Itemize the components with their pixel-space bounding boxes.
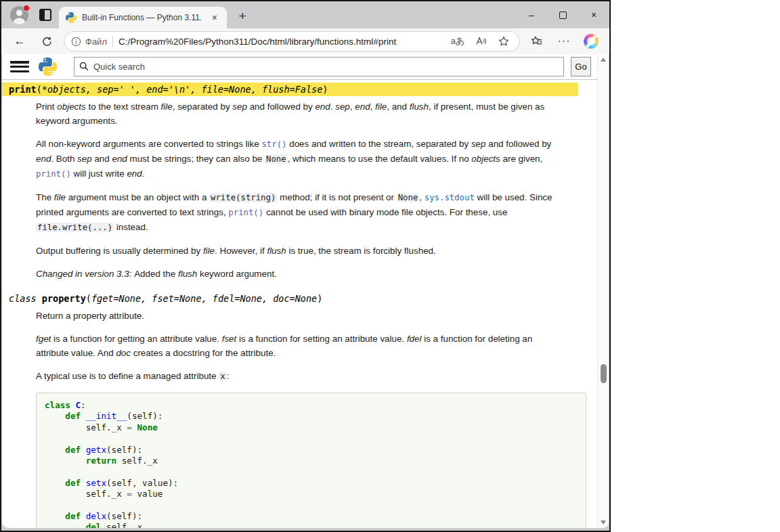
text-run: ) xyxy=(317,293,322,304)
doc-paragraph: All non-keyword arguments are converted … xyxy=(36,137,555,181)
text-run xyxy=(45,522,86,528)
text-run: x xyxy=(219,372,226,381)
code-line: class C: xyxy=(45,400,578,411)
triangle-down-icon xyxy=(601,520,606,525)
text-run: objects xyxy=(57,102,85,112)
translate-icon[interactable]: aあ xyxy=(449,32,467,50)
text-run: and followed by xyxy=(247,102,316,112)
text-run xyxy=(81,411,86,421)
text-run: and followed by xyxy=(486,139,552,149)
text-run: method; if it is not present or xyxy=(277,192,396,202)
favorite-star-icon[interactable] xyxy=(495,32,513,50)
minimize-button[interactable]: – xyxy=(516,1,547,28)
text-run xyxy=(45,511,65,521)
text-run: sep xyxy=(232,102,247,112)
browser-titlebar: Built-in Functions — Python 3.11. × + – … xyxy=(1,1,609,28)
triangle-up-icon xyxy=(601,58,606,62)
text-run: The xyxy=(36,192,54,202)
tab-close-button[interactable]: × xyxy=(209,12,220,24)
text-run: fset xyxy=(222,334,237,344)
text-run: print xyxy=(9,84,37,95)
text-run: fget xyxy=(36,334,51,344)
menu-icon[interactable] xyxy=(10,60,29,73)
code-line: def __init__(self): xyxy=(45,411,578,422)
text-run: *objects, sep=' ', end='\n', file=None, … xyxy=(42,84,323,95)
scrollbar-track[interactable] xyxy=(597,54,609,528)
text-run: fget=None, fset=None, fdel=None, doc=Non… xyxy=(91,293,317,304)
copilot-button[interactable] xyxy=(581,31,601,51)
new-tab-button[interactable]: + xyxy=(234,9,251,24)
text-run: ( xyxy=(37,84,42,95)
scroll-up-button[interactable] xyxy=(598,54,609,65)
property-class-signature: class property(fget=None, fset=None, fde… xyxy=(2,292,578,305)
text-run: , and xyxy=(387,102,410,112)
info-icon xyxy=(71,37,81,47)
quick-search-input[interactable] xyxy=(74,57,564,76)
text-run: C xyxy=(76,400,81,410)
scroll-down-button[interactable] xyxy=(598,517,609,528)
text-run: file xyxy=(203,246,215,256)
doc-search-bar: Go xyxy=(2,54,597,80)
text-run xyxy=(70,400,76,410)
copilot-icon xyxy=(584,34,599,49)
text-run: Return a property attribute. xyxy=(36,311,144,321)
text-run: ( xyxy=(86,293,91,304)
text-run: def xyxy=(65,411,81,421)
text-run: fdel xyxy=(407,334,422,344)
scrollbar-thumb[interactable] xyxy=(601,364,607,383)
tab-title: Built-in Functions — Python 3.11. xyxy=(82,13,204,22)
text-run: getx xyxy=(86,445,106,455)
text-run: flush xyxy=(267,246,286,256)
browser-window: Built-in Functions — Python 3.11. × + – … xyxy=(0,0,611,532)
text-run: . Both xyxy=(51,154,77,164)
site-info-label: Файл xyxy=(85,37,107,47)
browser-toolbar: ← Файл C:/Program%20Files/Python311/Doc/… xyxy=(1,28,609,54)
read-aloud-icon[interactable] xyxy=(472,32,490,50)
code-line: self._x = None xyxy=(45,422,578,433)
print-function-description: Print objects to the text stream file, s… xyxy=(36,99,555,281)
code-link[interactable]: str() xyxy=(261,139,286,149)
code-link[interactable]: print() xyxy=(228,208,263,217)
text-run: file.write(...) xyxy=(36,223,114,232)
text-run: : xyxy=(227,371,230,381)
text-run: None xyxy=(265,154,288,164)
code-link[interactable]: sys.stdout xyxy=(425,193,475,202)
text-run: end xyxy=(355,102,370,112)
address-bar[interactable]: Файл C:/Program%20Files/Python311/Doc/ht… xyxy=(64,31,520,51)
screenshot-stage: Built-in Functions — Python 3.11. × + – … xyxy=(0,0,780,532)
text-run xyxy=(132,422,137,433)
text-run: end xyxy=(315,102,330,112)
doc-paragraph: Changed in version 3.3: Added the flush … xyxy=(36,267,555,281)
settings-more-button[interactable]: ··· xyxy=(554,31,574,51)
text-run: Print xyxy=(36,102,57,112)
text-run: file xyxy=(375,102,387,112)
close-button[interactable]: × xyxy=(578,1,609,28)
back-button[interactable]: ← xyxy=(9,31,30,51)
text-run: creates a docstring for the attribute. xyxy=(131,348,276,358)
text-run: property xyxy=(42,293,86,304)
text-run: doc xyxy=(116,348,131,358)
favorites-collections-icon[interactable] xyxy=(527,31,547,51)
profile-avatar[interactable] xyxy=(10,6,28,24)
text-run: self._x xyxy=(101,522,142,528)
text-run: __init__ xyxy=(86,411,127,421)
text-run: All non-keyword arguments are converted … xyxy=(36,139,261,149)
code-example-block: class C: def __init__(self): self._x = N… xyxy=(36,393,586,528)
code-link[interactable]: print() xyxy=(36,169,71,179)
maximize-icon xyxy=(559,12,567,19)
tab-actions-menu-icon[interactable] xyxy=(39,9,51,21)
text-run: will just write xyxy=(71,169,127,179)
search-go-button[interactable]: Go xyxy=(571,57,591,76)
text-run: , xyxy=(370,102,375,112)
doc-paragraph: A typical use is to define a managed att… xyxy=(36,369,555,384)
url-text[interactable]: C:/Program%20Files/Python311/Doc/html/li… xyxy=(118,37,443,47)
text-run: None xyxy=(137,422,158,433)
text-run: is true, the stream is forcibly flushed. xyxy=(286,246,436,256)
browser-tab[interactable]: Built-in Functions — Python 3.11. × xyxy=(59,7,227,28)
text-run: (self, value): xyxy=(106,478,178,488)
refresh-button[interactable] xyxy=(37,31,57,51)
code-line: def setx(self, value): xyxy=(45,478,578,489)
site-info[interactable]: Файл xyxy=(71,37,107,47)
text-run: return xyxy=(86,456,117,466)
maximize-button[interactable] xyxy=(547,1,578,28)
